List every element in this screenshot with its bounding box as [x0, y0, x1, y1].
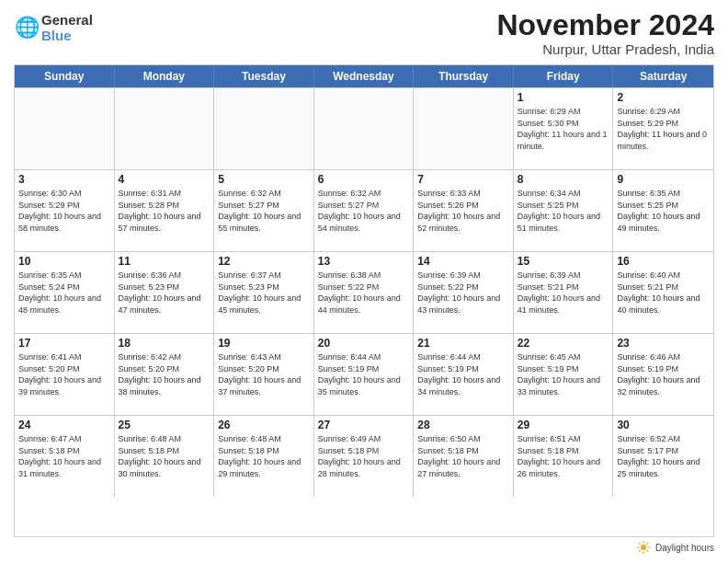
- calendar-week-4: 17Sunrise: 6:41 AMSunset: 5:20 PMDayligh…: [15, 333, 713, 415]
- legend: Daylight hours: [14, 537, 714, 554]
- calendar-cell: 4Sunrise: 6:31 AMSunset: 5:28 PMDaylight…: [115, 170, 215, 251]
- calendar: SundayMondayTuesdayWednesdayThursdayFrid…: [14, 64, 714, 537]
- cell-info: Sunrise: 6:34 AMSunset: 5:25 PMDaylight:…: [518, 188, 609, 234]
- cell-info: Sunrise: 6:38 AMSunset: 5:22 PMDaylight:…: [318, 270, 410, 316]
- cell-info: Sunrise: 6:50 AMSunset: 5:18 PMDaylight:…: [417, 433, 509, 479]
- cell-info: Sunrise: 6:48 AMSunset: 5:18 PMDaylight:…: [119, 433, 210, 479]
- cell-info: Sunrise: 6:35 AMSunset: 5:24 PMDaylight:…: [18, 270, 110, 316]
- day-number: 17: [18, 337, 110, 350]
- cell-info: Sunrise: 6:45 AMSunset: 5:19 PMDaylight:…: [518, 351, 609, 397]
- svg-line-9: [639, 550, 641, 552]
- day-number: 12: [218, 255, 310, 268]
- calendar-cell: 15Sunrise: 6:39 AMSunset: 5:21 PMDayligh…: [514, 252, 614, 333]
- calendar-cell: 12Sunrise: 6:37 AMSunset: 5:23 PMDayligh…: [214, 252, 314, 333]
- cell-info: Sunrise: 6:35 AMSunset: 5:25 PMDaylight:…: [617, 188, 710, 234]
- day-number: 11: [119, 255, 210, 268]
- calendar-cell: 1Sunrise: 6:29 AMSunset: 5:30 PMDaylight…: [514, 88, 614, 169]
- day-number: 8: [518, 173, 609, 186]
- calendar-cell: 16Sunrise: 6:40 AMSunset: 5:21 PMDayligh…: [613, 252, 713, 333]
- cell-info: Sunrise: 6:29 AMSunset: 5:30 PMDaylight:…: [518, 106, 609, 152]
- day-number: 13: [318, 255, 410, 268]
- calendar-cell: [15, 88, 115, 169]
- day-number: 26: [218, 419, 310, 431]
- day-number: 20: [318, 337, 410, 350]
- cell-info: Sunrise: 6:48 AMSunset: 5:18 PMDaylight:…: [218, 433, 310, 479]
- calendar-week-5: 24Sunrise: 6:47 AMSunset: 5:18 PMDayligh…: [15, 415, 713, 497]
- calendar-cell: 2Sunrise: 6:29 AMSunset: 5:29 PMDaylight…: [613, 88, 713, 169]
- day-number: 4: [119, 173, 210, 186]
- cell-info: Sunrise: 6:49 AMSunset: 5:18 PMDaylight:…: [318, 433, 410, 479]
- calendar-cell: 11Sunrise: 6:36 AMSunset: 5:23 PMDayligh…: [115, 252, 215, 333]
- sun-icon: [637, 541, 650, 554]
- calendar-cell: 18Sunrise: 6:42 AMSunset: 5:20 PMDayligh…: [115, 334, 215, 415]
- day-number: 2: [617, 91, 710, 104]
- calendar-cell: 28Sunrise: 6:50 AMSunset: 5:18 PMDayligh…: [414, 416, 514, 497]
- day-number: 14: [417, 255, 509, 268]
- cell-info: Sunrise: 6:42 AMSunset: 5:20 PMDaylight:…: [119, 351, 210, 397]
- cell-info: Sunrise: 6:43 AMSunset: 5:20 PMDaylight:…: [218, 351, 310, 397]
- day-number: 5: [218, 173, 310, 186]
- day-number: 21: [417, 337, 509, 350]
- header: 🌐 General Blue November 2024 Nurpur, Utt…: [14, 9, 714, 57]
- cell-info: Sunrise: 6:44 AMSunset: 5:19 PMDaylight:…: [318, 351, 410, 397]
- svg-line-6: [639, 543, 641, 545]
- calendar-cell: 24Sunrise: 6:47 AMSunset: 5:18 PMDayligh…: [15, 416, 115, 497]
- day-number: 9: [617, 173, 710, 186]
- day-number: 10: [18, 255, 110, 268]
- calendar-cell: 13Sunrise: 6:38 AMSunset: 5:22 PMDayligh…: [314, 252, 415, 333]
- cell-info: Sunrise: 6:41 AMSunset: 5:20 PMDaylight:…: [18, 351, 110, 397]
- calendar-cell: 20Sunrise: 6:44 AMSunset: 5:19 PMDayligh…: [314, 334, 415, 415]
- cell-info: Sunrise: 6:36 AMSunset: 5:23 PMDaylight:…: [119, 270, 210, 316]
- page-container: 🌐 General Blue November 2024 Nurpur, Utt…: [0, 0, 728, 563]
- header-day-saturday: Saturday: [613, 65, 713, 87]
- logo: 🌐 General Blue: [14, 13, 93, 43]
- calendar-cell: 9Sunrise: 6:35 AMSunset: 5:25 PMDaylight…: [613, 170, 713, 251]
- calendar-cell: 3Sunrise: 6:30 AMSunset: 5:29 PMDaylight…: [15, 170, 115, 251]
- cell-info: Sunrise: 6:47 AMSunset: 5:18 PMDaylight:…: [18, 433, 110, 479]
- calendar-cell: 5Sunrise: 6:32 AMSunset: 5:27 PMDaylight…: [214, 170, 314, 251]
- cell-info: Sunrise: 6:46 AMSunset: 5:19 PMDaylight:…: [617, 351, 710, 397]
- calendar-cell: 17Sunrise: 6:41 AMSunset: 5:20 PMDayligh…: [15, 334, 115, 415]
- cell-info: Sunrise: 6:31 AMSunset: 5:28 PMDaylight:…: [119, 188, 210, 234]
- logo-blue: Blue: [41, 29, 93, 44]
- legend-label: Daylight hours: [655, 543, 714, 553]
- svg-text:🌐: 🌐: [15, 16, 40, 40]
- calendar-cell: 23Sunrise: 6:46 AMSunset: 5:19 PMDayligh…: [613, 334, 713, 415]
- cell-info: Sunrise: 6:30 AMSunset: 5:29 PMDaylight:…: [18, 188, 110, 234]
- calendar-cell: 21Sunrise: 6:44 AMSunset: 5:19 PMDayligh…: [414, 334, 514, 415]
- day-number: 7: [417, 173, 509, 186]
- cell-info: Sunrise: 6:33 AMSunset: 5:26 PMDaylight:…: [417, 188, 509, 234]
- calendar-cell: 8Sunrise: 6:34 AMSunset: 5:25 PMDaylight…: [514, 170, 614, 251]
- day-number: 3: [18, 173, 110, 186]
- calendar-cell: 6Sunrise: 6:32 AMSunset: 5:27 PMDaylight…: [314, 170, 415, 251]
- calendar-header: SundayMondayTuesdayWednesdayThursdayFrid…: [15, 65, 713, 87]
- calendar-cell: [115, 88, 215, 169]
- header-day-thursday: Thursday: [414, 65, 514, 87]
- calendar-cell: 25Sunrise: 6:48 AMSunset: 5:18 PMDayligh…: [115, 416, 215, 497]
- day-number: 23: [617, 337, 710, 350]
- logo-general: General: [41, 13, 93, 29]
- cell-info: Sunrise: 6:51 AMSunset: 5:18 PMDaylight:…: [518, 433, 609, 479]
- calendar-week-1: 1Sunrise: 6:29 AMSunset: 5:30 PMDaylight…: [15, 87, 713, 169]
- month-title: November 2024: [496, 9, 714, 41]
- cell-info: Sunrise: 6:32 AMSunset: 5:27 PMDaylight:…: [218, 188, 310, 234]
- svg-line-7: [646, 550, 648, 552]
- day-number: 25: [119, 419, 210, 431]
- calendar-body: 1Sunrise: 6:29 AMSunset: 5:30 PMDaylight…: [15, 87, 713, 497]
- title-section: November 2024 Nurpur, Uttar Pradesh, Ind…: [496, 9, 714, 57]
- day-number: 29: [518, 419, 609, 431]
- cell-info: Sunrise: 6:44 AMSunset: 5:19 PMDaylight:…: [417, 351, 509, 397]
- calendar-cell: 10Sunrise: 6:35 AMSunset: 5:24 PMDayligh…: [15, 252, 115, 333]
- cell-info: Sunrise: 6:29 AMSunset: 5:29 PMDaylight:…: [617, 106, 710, 152]
- header-day-tuesday: Tuesday: [214, 65, 314, 87]
- calendar-cell: 22Sunrise: 6:45 AMSunset: 5:19 PMDayligh…: [514, 334, 614, 415]
- calendar-cell: 26Sunrise: 6:48 AMSunset: 5:18 PMDayligh…: [214, 416, 314, 497]
- day-number: 15: [518, 255, 609, 268]
- location: Nurpur, Uttar Pradesh, India: [496, 41, 714, 57]
- day-number: 24: [18, 419, 110, 431]
- logo-icon: 🌐: [14, 16, 40, 41]
- calendar-cell: 29Sunrise: 6:51 AMSunset: 5:18 PMDayligh…: [514, 416, 614, 497]
- calendar-cell: [414, 88, 514, 169]
- calendar-cell: [314, 88, 415, 169]
- header-day-monday: Monday: [115, 65, 215, 87]
